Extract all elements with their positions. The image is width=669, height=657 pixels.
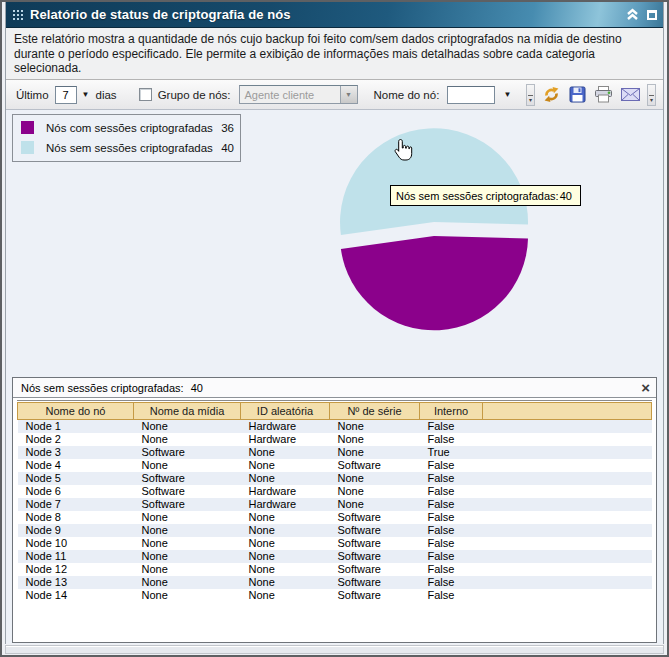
column-header[interactable]: Interno	[420, 403, 483, 420]
save-icon[interactable]	[569, 86, 586, 103]
table-row[interactable]: Node 12NoneNoneSoftwareFalse	[18, 563, 652, 576]
table-cell: False	[420, 511, 483, 524]
chart-tooltip: Nós sem sessões criptografadas: 40	[390, 185, 581, 206]
table-cell: None	[134, 433, 241, 446]
node-group-checkbox[interactable]	[139, 88, 152, 101]
table-row[interactable]: Node 1NoneHardwareNoneFalse	[18, 420, 652, 434]
legend-swatch-icon	[21, 141, 34, 154]
table-row[interactable]: Node 14NoneNoneSoftwareFalse	[18, 589, 652, 602]
pie-slice[interactable]	[340, 128, 528, 235]
column-header[interactable]: ID aleatória	[241, 403, 330, 420]
email-icon[interactable]	[621, 88, 640, 101]
maximize-icon[interactable]	[647, 10, 657, 20]
table-row[interactable]: Node 3SoftwareNoneNoneTrue	[18, 446, 652, 459]
table-cell: True	[420, 446, 483, 459]
drag-grip-icon[interactable]	[12, 9, 23, 21]
tooltip-value: 40	[560, 190, 572, 202]
table-row[interactable]: Node 2NoneHardwareNoneFalse	[18, 433, 652, 446]
table-cell: Node 4	[18, 459, 134, 472]
node-name-input[interactable]	[447, 86, 495, 104]
pie-slice[interactable]	[341, 236, 528, 330]
toolbar-overflow-right-button[interactable]: ▾	[647, 84, 656, 106]
table-cell	[483, 420, 652, 434]
table-row[interactable]: Node 8NoneNoneSoftwareFalse	[18, 511, 652, 524]
table-cell: Node 10	[18, 537, 134, 550]
legend-swatch-icon	[21, 121, 34, 134]
legend-label: Nós com sessões criptografadas	[46, 122, 217, 134]
table-row[interactable]: Node 9NoneNoneSoftwareFalse	[18, 524, 652, 537]
table-cell: None	[134, 524, 241, 537]
column-header[interactable]	[483, 403, 652, 420]
chart-legend: Nós com sessões criptografadas36Nós sem …	[12, 114, 241, 162]
table-cell: Software	[330, 563, 420, 576]
legend-item[interactable]: Nós sem sessões criptografadas40	[21, 141, 236, 154]
close-icon[interactable]: ×	[641, 381, 650, 395]
table-cell: Software	[330, 511, 420, 524]
table-cell: None	[134, 537, 241, 550]
table-cell: Software	[330, 576, 420, 589]
table-cell	[483, 550, 652, 563]
table-cell: None	[330, 498, 420, 511]
table-cell: False	[420, 524, 483, 537]
table-cell: Software	[330, 537, 420, 550]
table-cell: None	[134, 563, 241, 576]
column-header[interactable]: Nome do nó	[18, 403, 134, 420]
table-cell: Software	[134, 498, 241, 511]
days-count-select[interactable]: 7	[55, 86, 77, 104]
column-header[interactable]: Nº de série	[330, 403, 420, 420]
column-header[interactable]: Nome da mídia	[134, 403, 241, 420]
table-row[interactable]: Node 5SoftwareNoneNoneFalse	[18, 472, 652, 485]
legend-item[interactable]: Nós com sessões criptografadas36	[21, 121, 236, 134]
table-cell: False	[420, 563, 483, 576]
table-cell: None	[134, 459, 241, 472]
table-row[interactable]: Node 4NoneNoneSoftwareFalse	[18, 459, 652, 472]
table-row[interactable]: Node 11NoneNoneSoftwareFalse	[18, 550, 652, 563]
table-cell: Hardware	[241, 485, 330, 498]
toolbar-overflow-left-button[interactable]: ▾	[526, 84, 535, 106]
table-row[interactable]: Node 13NoneNoneSoftwareFalse	[18, 576, 652, 589]
table-cell: None	[241, 589, 330, 602]
table-cell: None	[241, 550, 330, 563]
table-row[interactable]: Node 6SoftwareHardwareNoneFalse	[18, 485, 652, 498]
table-cell: False	[420, 576, 483, 589]
table-cell	[483, 524, 652, 537]
table-cell: False	[420, 537, 483, 550]
horizontal-scrollbar[interactable]	[5, 645, 664, 654]
node-name-dropdown-arrow-icon[interactable]: ▼	[503, 90, 511, 99]
table-cell: None	[134, 576, 241, 589]
table-cell: Node 14	[18, 589, 134, 602]
table-cell: Software	[330, 524, 420, 537]
table-cell: None	[241, 524, 330, 537]
table-cell	[483, 589, 652, 602]
table-cell	[483, 498, 652, 511]
report-body: Nós com sessões criptografadas36Nós sem …	[6, 110, 663, 644]
table-cell: None	[241, 563, 330, 576]
refresh-icon[interactable]	[542, 86, 561, 103]
table-cell: Node 13	[18, 576, 134, 589]
table-cell: None	[241, 537, 330, 550]
table-cell: Software	[330, 550, 420, 563]
detail-table-wrap: Nome do nóNome da mídiaID aleatóriaNº de…	[17, 400, 652, 602]
table-cell: None	[241, 459, 330, 472]
table-row[interactable]: Node 7SoftwareHardwareNoneFalse	[18, 498, 652, 511]
table-cell: False	[420, 498, 483, 511]
days-dropdown-arrow-icon[interactable]: ▼	[82, 90, 90, 99]
titlebar[interactable]: Relatório de status de criptografia de n…	[6, 2, 663, 28]
table-row[interactable]: Node 10NoneNoneSoftwareFalse	[18, 537, 652, 550]
table-cell: Software	[134, 472, 241, 485]
table-cell: None	[134, 550, 241, 563]
table-cell: Node 2	[18, 433, 134, 446]
table-cell: None	[241, 576, 330, 589]
print-icon[interactable]	[594, 86, 613, 103]
node-group-dropdown-arrow-icon: ▼	[340, 86, 357, 103]
collapse-icon[interactable]	[625, 8, 640, 21]
table-cell: Node 12	[18, 563, 134, 576]
table-cell: Node 1	[18, 420, 134, 434]
hand-cursor-icon	[392, 138, 414, 162]
legend-label: Nós sem sessões criptografadas	[46, 142, 217, 154]
table-cell: None	[330, 433, 420, 446]
table-cell	[483, 446, 652, 459]
legend-value: 36	[221, 122, 236, 134]
detail-table: Nome do nóNome da mídiaID aleatóriaNº de…	[17, 402, 652, 602]
table-cell: False	[420, 433, 483, 446]
